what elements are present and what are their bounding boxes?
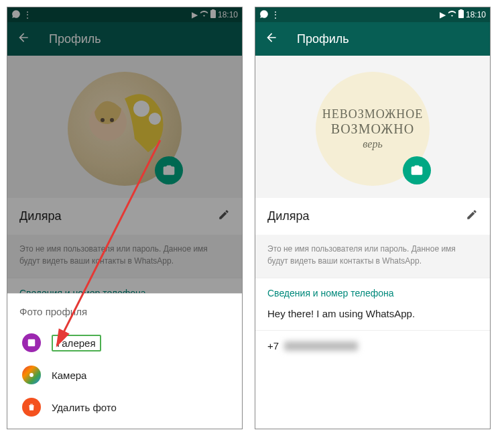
svg-point-3: [101, 118, 105, 122]
phone-number-row[interactable]: +7: [255, 330, 490, 361]
camera-fab[interactable]: [403, 156, 431, 184]
edit-icon[interactable]: [218, 209, 230, 224]
signal-icon: ▶: [192, 10, 198, 19]
delete-icon: [22, 398, 41, 417]
sheet-item-gallery[interactable]: Галерея: [19, 327, 230, 359]
whatsapp-icon: [259, 9, 269, 21]
battery-icon: [210, 9, 216, 20]
phone-prefix: +7: [267, 340, 279, 351]
name-row[interactable]: Диляра: [255, 198, 490, 235]
camera-label: Камера: [52, 370, 86, 381]
phone-screen-left: ⋮ ▶ 18:10 Профиль: [7, 7, 243, 429]
phone-number-blurred: [284, 341, 358, 351]
svg-point-4: [110, 118, 114, 122]
edit-icon[interactable]: [466, 209, 478, 224]
photo-bottom-sheet: Фото профиля Галерея Камера Удалить фото: [7, 293, 242, 429]
more-icon: ⋮: [23, 10, 32, 19]
name-row[interactable]: Диляра: [7, 198, 242, 235]
sheet-item-camera[interactable]: Камера: [19, 359, 230, 391]
wifi-icon: [200, 9, 208, 20]
svg-rect-7: [28, 339, 36, 347]
status-time: 18:10: [218, 10, 238, 19]
app-header: Профиль: [7, 22, 242, 56]
gallery-label: Галерея: [52, 335, 101, 351]
profile-name: Диляра: [267, 209, 310, 223]
camera-icon: [22, 366, 41, 384]
svg-rect-10: [458, 10, 464, 18]
svg-rect-11: [460, 9, 462, 10]
name-helper-text: Это не имя пользователя или пароль. Данн…: [255, 235, 490, 278]
back-icon[interactable]: [265, 31, 278, 48]
more-icon: ⋮: [271, 10, 279, 19]
about-text[interactable]: Hey there! I am using WhatsApp.: [255, 303, 490, 330]
header-title: Профиль: [297, 32, 349, 46]
profile-name: Диляра: [19, 209, 62, 223]
signal-icon: ▶: [440, 10, 446, 19]
avatar-text-3: верь: [363, 138, 382, 150]
svg-point-6: [149, 113, 161, 125]
avatar-text-1: НЕВОЗМОЖНОЕ: [322, 107, 424, 121]
whatsapp-icon: [11, 9, 21, 21]
svg-rect-0: [210, 10, 216, 18]
status-time: 18:10: [466, 10, 486, 19]
status-bar: ⋮ ▶ 18:10: [7, 7, 242, 22]
name-helper-text: Это не имя пользователя или пароль. Данн…: [7, 235, 242, 278]
phone-screen-right: ⋮ ▶ 18:10 Профиль НЕВОЗМОЖНОЕ ВОЗМОЖНО в…: [255, 7, 491, 429]
profile-content: НЕВОЗМОЖНОЕ ВОЗМОЖНО верь Диляра Это не …: [255, 56, 490, 361]
wifi-icon: [448, 9, 456, 20]
camera-fab[interactable]: [155, 156, 183, 184]
sheet-title: Фото профиля: [19, 306, 230, 317]
status-bar: ⋮ ▶ 18:10: [255, 7, 490, 22]
svg-point-8: [29, 373, 34, 377]
section-title: Сведения и номер телефона: [255, 278, 490, 303]
gallery-icon: [22, 333, 41, 352]
svg-rect-1: [212, 9, 214, 10]
delete-label: Удалить фото: [52, 402, 117, 413]
battery-icon: [458, 9, 464, 20]
back-icon[interactable]: [17, 31, 30, 48]
header-title: Профиль: [49, 32, 101, 46]
sheet-item-delete[interactable]: Удалить фото: [19, 391, 230, 423]
avatar-text-2: ВОЗМОЖНО: [331, 121, 414, 137]
svg-point-5: [133, 101, 149, 117]
app-header: Профиль: [255, 22, 490, 56]
